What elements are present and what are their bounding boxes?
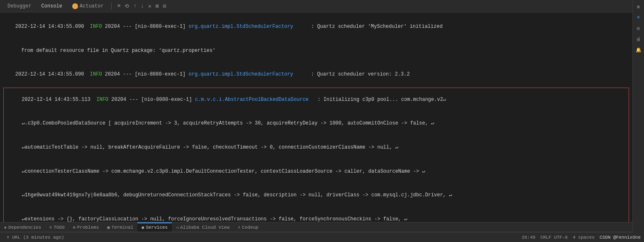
tab-todo[interactable]: ≡ TODO — [45, 222, 68, 232]
cursor-position: 26:49 — [522, 235, 535, 240]
toolbar-icon-expand[interactable]: ⊞ — [155, 2, 160, 10]
highlighted-block: 2022-12-14 14:43:55.113 INFO 20204 --- [… — [3, 88, 629, 222]
log-line-h2: ↵.c3p0.ComboPooledDataSource [ acquireIn… — [4, 112, 629, 136]
tab-console[interactable]: Console — [37, 2, 66, 11]
alibaba-icon: ◁ — [176, 225, 178, 230]
toolbar-icon-up[interactable]: ↑ — [132, 2, 137, 10]
status-right: 26:49 CRLF UTF-8 4 spaces CSDN @FennixOn… — [522, 235, 641, 240]
toolbar: Debugger Console Actuator ≡ ⟲ ↑ ↓ ✕ ⊞ ⊟ — [0, 0, 644, 12]
console-area: 2022-12-14 14:43:55.090 INFO 20204 --- [… — [0, 12, 632, 222]
right-icon-1[interactable]: ⊞ — [634, 2, 644, 12]
bottom-panel: ◈ Dependencies ≡ TODO ⊕ Problems ▣ Termi… — [0, 222, 644, 242]
tab-terminal[interactable]: ▣ Terminal — [103, 222, 138, 232]
right-icon-2[interactable]: ≡ — [634, 12, 644, 22]
log-line-h3: ↵automaticTestTable -> null, breakAfterA… — [4, 136, 629, 160]
tab-actuator[interactable]: Actuator — [68, 2, 108, 11]
toolbar-icon-down[interactable]: ↓ — [140, 2, 145, 10]
log-line-1: 2022-12-14 14:43:55.090 INFO 20204 --- [… — [3, 15, 629, 39]
terminal-icon: ▣ — [107, 225, 110, 230]
bottom-tabs-row: ◈ Dependencies ≡ TODO ⊕ Problems ▣ Termi… — [0, 222, 644, 232]
right-icon-notifications[interactable]: 🔔 — [634, 45, 644, 55]
log-line-h1: 2022-12-14 14:43:55.113 INFO 20204 --- [… — [4, 88, 629, 112]
codeup-icon: ⬆ — [238, 225, 240, 230]
toolbar-icon-refresh[interactable]: ⟲ — [124, 2, 130, 10]
tab-debugger[interactable]: Debugger — [3, 2, 36, 11]
line-encoding: CRLF UTF-8 — [540, 235, 568, 240]
tab-alibaba-cloud[interactable]: ◁ Alibaba Cloud View — [172, 222, 234, 232]
toolbar-icon-collapse[interactable]: ⊟ — [162, 2, 167, 10]
services-icon: ◉ — [141, 225, 144, 230]
status-bar: ⬆ URL (3 minutes ago) 26:49 CRLF UTF-8 4… — [0, 232, 644, 242]
right-sidebar: ⊞ ≡ ⊟ 🖨 🔔 — [632, 0, 644, 232]
log-line-2: 2022-12-14 14:43:55.090 INFO 20204 --- [… — [3, 63, 629, 87]
toolbar-icons: ≡ ⟲ ↑ ↓ ✕ ⊞ ⊟ — [117, 2, 167, 10]
toolbar-divider — [111, 3, 112, 10]
tab-dependencies[interactable]: ◈ Dependencies — [0, 222, 45, 232]
dependencies-icon: ◈ — [4, 225, 7, 230]
log-line-1b: from default resource file in Quartz pac… — [3, 39, 629, 63]
indent-info: 4 spaces — [573, 235, 595, 240]
log-line-h5: ↵1hge0wvat49kwt419gnx7y|6e8aa8b6, debugU… — [4, 183, 629, 208]
tab-problems[interactable]: ⊕ Problems — [69, 222, 103, 232]
status-message: ⬆ URL (3 minutes ago) — [3, 235, 68, 240]
tab-codeup[interactable]: ⬆ Codeup — [234, 222, 263, 232]
toolbar-icon-close[interactable]: ✕ — [147, 2, 152, 10]
log-line-h4: ↵connectionTesterClassName -> com.mchang… — [4, 159, 629, 183]
log-line-h6: ↵extensions -> {}, factoryClassLocation … — [4, 208, 629, 222]
tab-services[interactable]: ◉ Services — [137, 222, 172, 232]
toolbar-icon-menu[interactable]: ≡ — [117, 2, 122, 10]
problems-icon: ⊕ — [73, 225, 76, 230]
actuator-icon — [72, 3, 78, 9]
right-icon-print[interactable]: 🖨 — [634, 34, 644, 44]
todo-icon: ≡ — [49, 225, 52, 230]
git-branch: CSDN @FennixOne — [600, 235, 641, 240]
right-icon-3[interactable]: ⊟ — [634, 23, 644, 33]
